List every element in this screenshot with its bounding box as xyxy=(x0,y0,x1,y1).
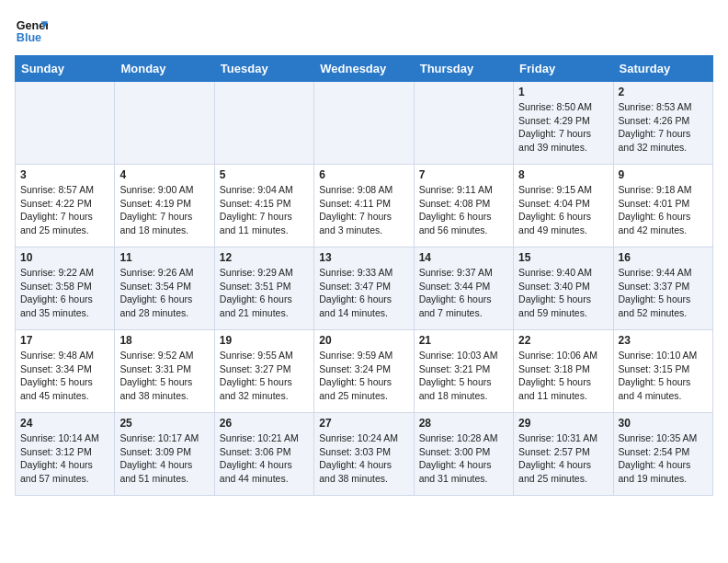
calendar-cell xyxy=(16,82,115,165)
day-number: 5 xyxy=(220,168,309,181)
calendar-cell: 29Sunrise: 10:31 AM Sunset: 2:57 PM Dayl… xyxy=(514,413,613,496)
day-number: 12 xyxy=(220,251,309,264)
day-info: Sunrise: 9:08 AM Sunset: 4:11 PM Dayligh… xyxy=(319,183,408,237)
day-number: 26 xyxy=(220,417,309,430)
day-number: 27 xyxy=(319,417,408,430)
day-number: 1 xyxy=(518,86,608,98)
day-number: 16 xyxy=(619,251,708,264)
weekday-header: Monday xyxy=(115,56,214,82)
weekday-header: Friday xyxy=(514,56,613,82)
day-number: 28 xyxy=(419,417,508,430)
day-info: Sunrise: 9:29 AM Sunset: 3:51 PM Dayligh… xyxy=(220,266,309,320)
day-number: 14 xyxy=(419,251,508,264)
calendar-cell: 18Sunrise: 9:52 AM Sunset: 3:31 PM Dayli… xyxy=(115,330,214,413)
calendar-cell: 26Sunrise: 10:21 AM Sunset: 3:06 PM Dayl… xyxy=(214,413,313,496)
calendar-cell: 24Sunrise: 10:14 AM Sunset: 3:12 PM Dayl… xyxy=(16,413,115,496)
calendar-cell: 5Sunrise: 9:04 AM Sunset: 4:15 PM Daylig… xyxy=(214,165,313,247)
calendar-cell: 4Sunrise: 9:00 AM Sunset: 4:19 PM Daylig… xyxy=(115,165,214,247)
calendar-week: 3Sunrise: 8:57 AM Sunset: 4:22 PM Daylig… xyxy=(16,165,713,247)
day-number: 4 xyxy=(119,168,209,181)
weekday-header: Wednesday xyxy=(314,56,414,82)
day-number: 3 xyxy=(20,168,109,181)
calendar-cell: 21Sunrise: 10:03 AM Sunset: 3:21 PM Dayl… xyxy=(414,330,513,413)
day-number: 13 xyxy=(319,251,408,264)
calendar-week: 17Sunrise: 9:48 AM Sunset: 3:34 PM Dayli… xyxy=(16,330,713,413)
day-info: Sunrise: 9:18 AM Sunset: 4:01 PM Dayligh… xyxy=(619,183,708,237)
day-info: Sunrise: 10:28 AM Sunset: 3:00 PM Daylig… xyxy=(419,431,508,486)
day-info: Sunrise: 10:21 AM Sunset: 3:06 PM Daylig… xyxy=(220,431,309,486)
day-info: Sunrise: 9:55 AM Sunset: 3:27 PM Dayligh… xyxy=(220,349,309,403)
day-number: 15 xyxy=(518,251,608,264)
day-number: 9 xyxy=(619,168,708,181)
day-number: 19 xyxy=(220,334,309,347)
calendar-cell xyxy=(115,82,214,165)
day-number: 7 xyxy=(419,168,508,181)
day-info: Sunrise: 9:26 AM Sunset: 3:54 PM Dayligh… xyxy=(119,266,209,320)
day-info: Sunrise: 9:37 AM Sunset: 3:44 PM Dayligh… xyxy=(419,266,508,320)
calendar-cell: 16Sunrise: 9:44 AM Sunset: 3:37 PM Dayli… xyxy=(613,247,712,330)
weekday-header: Thursday xyxy=(414,56,513,82)
calendar-cell: 12Sunrise: 9:29 AM Sunset: 3:51 PM Dayli… xyxy=(214,247,313,330)
logo-icon: General Blue xyxy=(15,15,48,48)
day-number: 8 xyxy=(518,168,608,181)
day-number: 30 xyxy=(619,417,708,430)
day-number: 11 xyxy=(119,251,209,264)
calendar-cell xyxy=(414,82,513,165)
weekday-header: Sunday xyxy=(16,56,115,82)
calendar-cell: 27Sunrise: 10:24 AM Sunset: 3:03 PM Dayl… xyxy=(314,413,414,496)
day-number: 18 xyxy=(119,334,209,347)
calendar-cell: 8Sunrise: 9:15 AM Sunset: 4:04 PM Daylig… xyxy=(514,165,613,247)
calendar-cell: 17Sunrise: 9:48 AM Sunset: 3:34 PM Dayli… xyxy=(16,330,115,413)
day-info: Sunrise: 9:40 AM Sunset: 3:40 PM Dayligh… xyxy=(518,266,608,320)
calendar-cell xyxy=(314,82,414,165)
day-number: 2 xyxy=(619,86,708,98)
day-number: 24 xyxy=(20,417,109,430)
day-info: Sunrise: 9:52 AM Sunset: 3:31 PM Dayligh… xyxy=(119,349,209,403)
day-info: Sunrise: 9:59 AM Sunset: 3:24 PM Dayligh… xyxy=(319,349,408,403)
day-info: Sunrise: 9:44 AM Sunset: 3:37 PM Dayligh… xyxy=(619,266,708,320)
day-number: 23 xyxy=(619,334,708,347)
day-info: Sunrise: 10:14 AM Sunset: 3:12 PM Daylig… xyxy=(20,431,109,486)
day-number: 17 xyxy=(20,334,109,347)
day-number: 6 xyxy=(319,168,408,181)
day-number: 22 xyxy=(518,334,608,347)
day-info: Sunrise: 9:33 AM Sunset: 3:47 PM Dayligh… xyxy=(319,266,408,320)
day-info: Sunrise: 9:11 AM Sunset: 4:08 PM Dayligh… xyxy=(419,183,508,237)
calendar-cell: 9Sunrise: 9:18 AM Sunset: 4:01 PM Daylig… xyxy=(613,165,712,247)
calendar-header: SundayMondayTuesdayWednesdayThursdayFrid… xyxy=(16,56,713,82)
day-info: Sunrise: 9:22 AM Sunset: 3:58 PM Dayligh… xyxy=(20,266,109,320)
calendar-cell: 3Sunrise: 8:57 AM Sunset: 4:22 PM Daylig… xyxy=(16,165,115,247)
day-info: Sunrise: 9:15 AM Sunset: 4:04 PM Dayligh… xyxy=(518,183,608,237)
day-info: Sunrise: 9:04 AM Sunset: 4:15 PM Dayligh… xyxy=(220,183,309,237)
calendar-week: 1Sunrise: 8:50 AM Sunset: 4:29 PM Daylig… xyxy=(16,82,713,165)
calendar-cell: 2Sunrise: 8:53 AM Sunset: 4:26 PM Daylig… xyxy=(613,82,712,165)
day-info: Sunrise: 8:57 AM Sunset: 4:22 PM Dayligh… xyxy=(20,183,109,237)
calendar-week: 10Sunrise: 9:22 AM Sunset: 3:58 PM Dayli… xyxy=(16,247,713,330)
day-info: Sunrise: 9:00 AM Sunset: 4:19 PM Dayligh… xyxy=(119,183,209,237)
calendar-cell: 20Sunrise: 9:59 AM Sunset: 3:24 PM Dayli… xyxy=(314,330,414,413)
day-info: Sunrise: 8:50 AM Sunset: 4:29 PM Dayligh… xyxy=(518,100,608,155)
day-number: 25 xyxy=(119,417,209,430)
calendar-cell: 25Sunrise: 10:17 AM Sunset: 3:09 PM Dayl… xyxy=(115,413,214,496)
calendar-cell: 30Sunrise: 10:35 AM Sunset: 2:54 PM Dayl… xyxy=(613,413,712,496)
day-number: 10 xyxy=(20,251,109,264)
header-row: SundayMondayTuesdayWednesdayThursdayFrid… xyxy=(16,56,713,82)
calendar-cell: 28Sunrise: 10:28 AM Sunset: 3:00 PM Dayl… xyxy=(414,413,513,496)
calendar-cell: 14Sunrise: 9:37 AM Sunset: 3:44 PM Dayli… xyxy=(414,247,513,330)
day-info: Sunrise: 10:06 AM Sunset: 3:18 PM Daylig… xyxy=(518,349,608,403)
day-info: Sunrise: 10:35 AM Sunset: 2:54 PM Daylig… xyxy=(619,431,708,486)
calendar-cell: 15Sunrise: 9:40 AM Sunset: 3:40 PM Dayli… xyxy=(514,247,613,330)
calendar-cell: 1Sunrise: 8:50 AM Sunset: 4:29 PM Daylig… xyxy=(514,82,613,165)
day-number: 29 xyxy=(518,417,608,430)
svg-text:Blue: Blue xyxy=(17,31,41,44)
calendar-cell: 6Sunrise: 9:08 AM Sunset: 4:11 PM Daylig… xyxy=(314,165,414,247)
day-info: Sunrise: 10:03 AM Sunset: 3:21 PM Daylig… xyxy=(419,349,508,403)
day-info: Sunrise: 8:53 AM Sunset: 4:26 PM Dayligh… xyxy=(619,100,708,155)
logo: General Blue xyxy=(15,15,48,48)
day-number: 21 xyxy=(419,334,508,347)
calendar-cell: 22Sunrise: 10:06 AM Sunset: 3:18 PM Dayl… xyxy=(514,330,613,413)
header: General Blue xyxy=(15,15,713,48)
calendar-cell: 10Sunrise: 9:22 AM Sunset: 3:58 PM Dayli… xyxy=(16,247,115,330)
day-info: Sunrise: 10:31 AM Sunset: 2:57 PM Daylig… xyxy=(518,431,608,486)
calendar-cell xyxy=(214,82,313,165)
